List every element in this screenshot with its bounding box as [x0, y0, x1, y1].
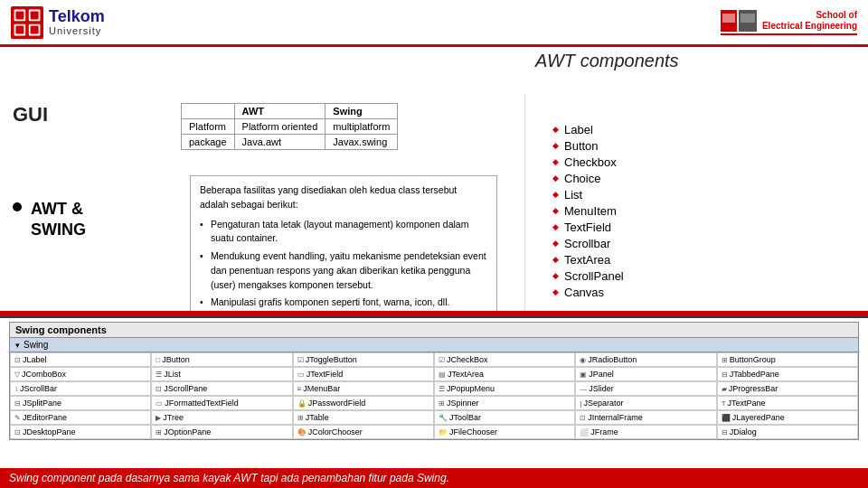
swing-cell: ⊟JDialog: [717, 425, 858, 439]
list-item: Canvas: [552, 284, 850, 300]
desc-title: Beberapa fasilitas yang disediakan oleh …: [200, 183, 487, 212]
swing-cell: ⊡JInternalFrame: [575, 410, 716, 425]
bottom-text: Swing component pada dasarnya sama kayak…: [0, 468, 868, 488]
school-logo: School of Electrical Engineering: [721, 10, 857, 32]
swing-cell: ⊞ButtonGroup: [717, 352, 858, 367]
swing-cell: ⊟JSplitPane: [10, 396, 151, 410]
list-item: Button: [552, 137, 850, 154]
header: Telkom University School of Electrical E…: [0, 0, 868, 47]
swing-grid: ⊡JLabel □JButton ☑JToggleButton ☑JCheckB…: [10, 352, 858, 439]
logo-text-group: Telkom University: [49, 8, 105, 37]
swing-cell: 🔒JPasswordField: [293, 396, 434, 410]
swing-header-row: ▾ Swing: [10, 338, 858, 352]
svg-rect-8: [31, 25, 39, 33]
telkom-logo: Telkom University: [11, 6, 105, 39]
swing-cell: ⊡JLabel: [10, 352, 151, 367]
list-item: ScrollPanel: [552, 267, 850, 284]
bullet-icon: [13, 202, 22, 211]
svg-rect-5: [15, 11, 24, 19]
list-item: Choice: [552, 170, 850, 186]
telkom-logo-icon: [11, 6, 43, 39]
swing-cell: ◉JRadioButton: [575, 352, 716, 367]
school-name: School of Electrical Engineering: [762, 10, 857, 32]
swing-cell: 🔧JToolBar: [434, 410, 575, 425]
table-cell: multiplatform: [326, 119, 398, 135]
svg-rect-7: [15, 25, 24, 33]
list-item: List: [552, 186, 850, 202]
swing-cell: ▶JTree: [151, 410, 292, 425]
table-row: Platform Platform oriented multiplatform: [182, 119, 398, 135]
table-cell: Platform: [182, 119, 235, 135]
swing-cell: ⊟JTabbedPane: [717, 367, 858, 381]
awt-title: AWT components: [535, 51, 679, 70]
swing-cell: ☰JPopupMenu: [434, 381, 575, 396]
table-cell: Platform oriented: [234, 119, 326, 135]
swing-cell: ⊞JOptionPane: [151, 425, 292, 439]
svg-rect-11: [722, 14, 735, 23]
swing-cell: ▰JProgressBar: [717, 381, 858, 396]
swing-cell: ≡JMenuBar: [293, 381, 434, 396]
desc-item: Mendukung event handling, yaitu mekanism…: [200, 249, 487, 292]
list-item: Label: [552, 121, 850, 137]
swing-cell: TJTextPane: [717, 396, 858, 410]
swing-group-label: Swing: [24, 340, 48, 350]
table-header-swing: Swing: [326, 104, 398, 119]
swing-cell: 📁JFileChooser: [434, 425, 575, 439]
swing-cell: ▤JTextArea: [434, 367, 575, 381]
awt-table: AWT Swing Platform Platform oriented mul…: [181, 103, 398, 150]
table-row: package Java.awt Javax.swing: [182, 135, 398, 150]
swing-cell: ☑JToggleButton: [293, 352, 434, 367]
table-cell: Java.awt: [234, 135, 326, 150]
table-cell: Javax.swing: [326, 135, 398, 150]
school-logo-icon: [721, 10, 757, 32]
header-left: Telkom University: [11, 6, 105, 39]
awt-components-list: Label Button Checkbox Choice List MenuIt…: [552, 121, 850, 300]
swing-cell: ⬜JFrame: [575, 425, 716, 439]
header-right: School of Electrical Engineering: [721, 10, 857, 35]
swing-cell: ✎JEditorPane: [10, 410, 151, 425]
desc-list: Pengaturan tata letak (layout management…: [200, 218, 487, 311]
desc-item: Manipulasi grafis komponen seperti font,…: [200, 296, 487, 310]
description-box: Beberapa fasilitas yang disediakan oleh …: [190, 175, 497, 322]
table-header-blank: [182, 104, 235, 119]
swing-cell: □JButton: [151, 352, 292, 367]
swing-expand-icon: ▾: [15, 341, 20, 350]
university-label: University: [49, 25, 105, 36]
swing-section: Swing components ▾ Swing ⊡JLabel □JButto…: [0, 316, 868, 488]
list-item: TextArea: [552, 251, 850, 267]
desc-item: Pengaturan tata letak (layout management…: [200, 218, 487, 247]
swing-cell: ☰JList: [151, 367, 292, 381]
list-item: MenuItem: [552, 202, 850, 219]
list-item: Scrollbar: [552, 235, 850, 251]
swing-title-bar: Swing components: [10, 323, 858, 338]
swing-cell: ⬛JLayeredPane: [717, 410, 858, 425]
svg-rect-6: [31, 11, 39, 19]
swing-cell: ▣JPanel: [575, 367, 716, 381]
svg-rect-12: [741, 14, 755, 23]
swing-cell: ▭JTextField: [293, 367, 434, 381]
swing-cell: ☑JCheckBox: [434, 352, 575, 367]
swing-cell: ↕JScrollBar: [10, 381, 151, 396]
swing-cell: ▽JComboBox: [10, 367, 151, 381]
swing-cell: ⊡JScrollPane: [151, 381, 292, 396]
table-cell: package: [182, 135, 235, 150]
swing-components-box: Swing components ▾ Swing ⊡JLabel □JButto…: [9, 322, 859, 440]
swing-cell: |JSeparator: [575, 396, 716, 410]
swing-cell: ⊡JDesktopPane: [10, 425, 151, 439]
header-red-underline: [721, 33, 857, 35]
swing-cell: ▭JFormattedTextField: [151, 396, 292, 410]
list-item: TextField: [552, 219, 850, 235]
table-header-awt: AWT: [234, 104, 326, 119]
swing-cell: ⊞JSpinner: [434, 396, 575, 410]
telkom-brand: Telkom: [49, 8, 105, 26]
list-item: Checkbox: [552, 154, 850, 170]
awt-title-area: AWT components: [524, 47, 868, 75]
swing-cell: —JSlider: [575, 381, 716, 396]
swing-cell: 🎨JColorChooser: [293, 425, 434, 439]
swing-cell: ⊞JTable: [293, 410, 434, 425]
awt-swing-label: AWT & SWING: [31, 199, 86, 241]
